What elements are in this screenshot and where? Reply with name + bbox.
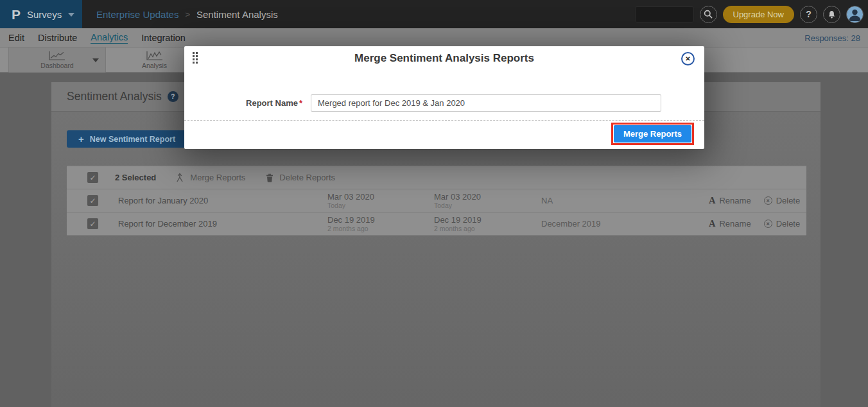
line-chart-icon [49,51,65,60]
merge-reports-action[interactable]: Merge Reports [175,173,245,182]
created-date-cell: Mar 03 2020 Today [327,193,434,209]
modal-title: Merge Sentiment Analysis Reports [184,52,704,65]
delete-action-label: Delete Reports [279,173,335,182]
modal-footer-divider [184,120,704,121]
tab-integration[interactable]: Integration [141,33,186,43]
select-all-checkbox[interactable]: ✓ [87,172,98,183]
help-badge-icon[interactable]: ? [168,91,178,102]
delete-reports-action[interactable]: Delete Reports [266,173,335,182]
row-actions: A Rename ✕ Delete [709,196,800,205]
topbar: P Surveys Enterprise Updates > Sentiment… [0,0,868,28]
merge-reports-button[interactable]: Merge Reports [614,125,691,143]
tab-analytics[interactable]: Analytics [91,32,128,44]
check-icon: ✓ [89,220,96,229]
new-sentiment-report-button[interactable]: + New Sentiment Report [67,130,187,148]
bell-icon [827,10,837,19]
survey-nav: Edit Distribute Analytics Integration Re… [0,28,868,48]
product-switcher[interactable]: P Surveys [0,0,82,28]
help-button[interactable]: ? [800,6,817,23]
question-glyph: ? [171,93,175,100]
label-text: Report Name [246,98,298,108]
search-button[interactable] [700,6,717,23]
check-icon: ✓ [89,173,96,182]
breadcrumb-survey-name[interactable]: Enterprise Updates [96,9,178,20]
merge-reports-modal: Merge Sentiment Analysis Reports ✕ Repor… [184,46,704,149]
toolbar-tab-label: Analysis [142,62,167,69]
tab-distribute[interactable]: Distribute [38,33,77,43]
brand-logo: P [12,8,21,21]
report-name-row: Report Name* [184,94,704,112]
topbar-actions: Upgrade Now ? [635,0,864,28]
close-icon: ✕ [685,55,690,62]
merge-action-label: Merge Reports [190,173,245,182]
new-report-label: New Sentiment Report [90,135,175,144]
upgrade-now-button[interactable]: Upgrade Now [723,6,795,23]
cross-glyph: ✕ [766,221,770,227]
search-icon [704,10,713,19]
modified-relative: Today [434,202,541,209]
breadcrumb: Enterprise Updates > Sentiment Analysis [96,0,278,28]
person-icon [847,6,863,22]
page-title: Sentiment Analysis [67,90,162,103]
created-relative: Today [327,202,434,209]
delete-report-action[interactable]: ✕ Delete [764,219,801,229]
plus-icon: + [78,134,84,144]
report-label: December 2019 [541,219,709,229]
modified-date-cell: Mar 03 2020 Today [434,193,541,209]
modal-close-button[interactable]: ✕ [681,52,695,65]
modified-date-cell: Dec 19 2019 2 months ago [434,216,541,232]
delete-circle-icon: ✕ [764,220,772,228]
modified-date: Mar 03 2020 [434,193,541,202]
breadcrumb-current-page: Sentiment Analysis [196,9,278,20]
product-name: Surveys [27,9,62,20]
row-checkbox[interactable]: ✓ [87,218,98,229]
user-avatar[interactable] [846,6,864,23]
rename-label: Rename [719,196,751,205]
rename-report-action[interactable]: A Rename [709,219,751,229]
report-name-label: Report Name* [184,98,302,108]
required-asterisk: * [299,98,302,108]
rename-label: Rename [719,219,751,229]
created-date-cell: Dec 19 2019 2 months ago [327,216,434,232]
delete-label: Delete [776,219,801,229]
created-relative: 2 months ago [327,225,434,232]
analysis-chart-icon [146,51,163,60]
breadcrumb-separator: > [185,10,190,19]
chevron-down-icon[interactable] [92,58,99,62]
merge-icon [175,173,184,182]
delete-label: Delete [776,196,801,205]
report-name[interactable]: Report for January 2020 [118,196,327,205]
toolbar-tab-label: Dashboard [40,62,73,69]
reports-table: ✓ 2 Selected Merge Reports Delete Report… [67,166,806,236]
report-label: NA [541,196,709,205]
rename-icon: A [709,196,715,205]
rename-icon: A [709,219,715,229]
rename-report-action[interactable]: A Rename [709,196,751,205]
delete-report-action[interactable]: ✕ Delete [764,196,801,205]
search-input[interactable] [635,6,694,22]
report-name-input[interactable] [311,94,661,112]
cross-glyph: ✕ [766,198,770,204]
report-name[interactable]: Report for December 2019 [118,219,327,229]
row-checkbox[interactable]: ✓ [87,195,98,206]
row-actions: A Rename ✕ Delete [709,219,800,229]
tab-edit[interactable]: Edit [8,33,24,43]
modified-date: Dec 19 2019 [434,216,541,225]
created-date: Dec 19 2019 [327,216,434,225]
chevron-down-icon [68,13,74,17]
modified-relative: 2 months ago [434,225,541,232]
notifications-button[interactable] [823,6,840,23]
table-row: ✓ Report for January 2020 Mar 03 2020 To… [67,189,806,212]
created-date: Mar 03 2020 [327,193,434,202]
trash-icon [266,173,273,182]
delete-circle-icon: ✕ [764,196,772,205]
responses-count: Responses: 28 [804,28,860,48]
table-row: ✓ Report for December 2019 Dec 19 2019 2… [67,212,806,236]
click-target-highlight: Merge Reports [611,123,694,145]
question-icon: ? [806,9,812,19]
check-icon: ✓ [89,196,96,205]
toolbar-tab-dashboard[interactable]: Dashboard [8,48,106,73]
table-bulk-actions-row: ✓ 2 Selected Merge Reports Delete Report… [67,166,806,189]
selected-count: 2 Selected [115,173,156,182]
